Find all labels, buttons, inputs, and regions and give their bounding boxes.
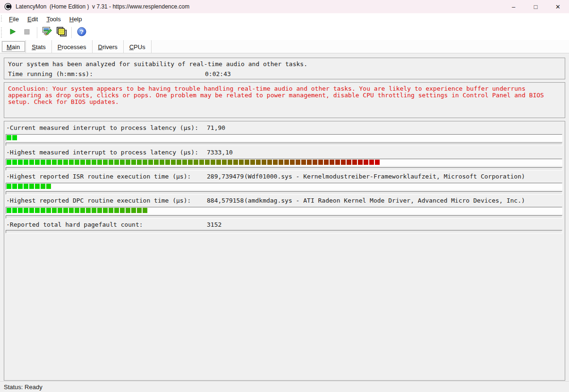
menu-bar: File Edit Tools Help — [0, 13, 569, 25]
toolbar: ? — [0, 25, 569, 40]
start-monitor-button[interactable] — [6, 26, 20, 39]
row-value: 7333,10 — [207, 149, 233, 156]
menu-item-help[interactable]: Help — [65, 14, 86, 24]
tab-main-label: ain — [12, 43, 20, 51]
analysis-panel: Your system has been analyzed for suitab… — [4, 58, 565, 79]
latency-bar — [6, 134, 562, 141]
empty-track — [6, 143, 562, 146]
menu-item-tools[interactable]: Tools — [42, 14, 65, 24]
menu-edit-hotkey: E — [27, 16, 32, 23]
report-pages-icon — [56, 27, 67, 38]
row-driver-info: (amdkmdag.sys - ATI Radeon Kernel Mode D… — [244, 197, 525, 204]
window-title: LatencyMon (Home Edition ) v 7.31 - http… — [16, 3, 189, 10]
conclusion-line: appearing as drop outs, clicks or pops. … — [8, 92, 562, 99]
latency-bar — [6, 207, 562, 214]
minimize-button[interactable]: – — [502, 0, 525, 13]
conclusion-line: Conclusion: Your system appears to be ha… — [8, 85, 562, 92]
measurement-row-highest-latency: ·Highest measured interrupt to process l… — [4, 149, 565, 172]
row-label: ·Highest reported ISR routine execution … — [6, 173, 191, 180]
report-button[interactable] — [54, 26, 68, 39]
row-value: 289,739479 — [207, 173, 244, 180]
play-icon — [9, 28, 17, 37]
conclusion-panel: Conclusion: Your system appears to be ha… — [4, 82, 565, 118]
latency-bar — [6, 159, 562, 166]
tab-stats[interactable]: Stats — [26, 40, 52, 53]
menu-file-label: ile — [13, 16, 19, 23]
conclusion-line: setup. Check for BIOS updates. — [8, 99, 562, 105]
tab-main-hotkey: M — [7, 43, 12, 51]
empty-track — [6, 191, 562, 195]
time-running-label: Time running (h:mm:ss): — [8, 70, 93, 77]
row-value: 884,579158 — [207, 197, 244, 204]
tab-drivers[interactable]: Drivers — [93, 40, 124, 53]
tab-processes-label: rocesses — [62, 43, 86, 51]
latencymon-window: LatencyMon (Home Edition ) v 7.31 - http… — [0, 0, 569, 392]
tab-processes-hotkey: P — [58, 43, 62, 51]
tab-cpus[interactable]: CPUs — [124, 40, 152, 53]
row-value: 71,90 — [207, 124, 225, 131]
help-icon: ? — [77, 27, 86, 38]
stop-icon — [23, 28, 31, 37]
tab-stats-label: tats — [36, 43, 46, 51]
status-text: Status: Ready — [4, 383, 42, 391]
row-value: 3152 — [207, 221, 221, 228]
tab-strip: Main Stats Processes Drivers CPUs — [0, 40, 569, 53]
toolbar-gripper — [1, 27, 2, 38]
status-bar: Status: Ready — [0, 381, 569, 392]
empty-track — [6, 215, 562, 219]
menu-tools-label: ools — [50, 16, 61, 23]
tab-stats-hotkey: S — [32, 43, 36, 51]
row-label: ·Current measured interrupt to process l… — [6, 124, 198, 131]
monitor-pencil-icon — [42, 27, 52, 38]
app-icon — [4, 3, 12, 10]
menubar-gripper — [1, 16, 2, 23]
toolbar-separator — [71, 27, 72, 38]
tab-cpus-label: PUs — [134, 43, 145, 51]
row-label: ·Reported total hard pagefault count: — [6, 221, 143, 228]
latency-bar — [6, 183, 562, 190]
close-button[interactable]: ✕ — [547, 0, 569, 13]
measurement-row-isr-time: ·Highest reported ISR routine execution … — [4, 173, 565, 196]
menu-help-hotkey: H — [69, 16, 74, 23]
help-button[interactable]: ? — [75, 26, 89, 39]
row-label: ·Highest reported DPC routine execution … — [6, 197, 191, 204]
empty-track — [6, 167, 562, 170]
row-label: ·Highest measured interrupt to process l… — [6, 149, 198, 156]
tab-processes[interactable]: Processes — [52, 40, 93, 53]
tab-cpus-hotkey: C — [129, 43, 134, 51]
menu-item-file[interactable]: File — [5, 14, 23, 24]
title-bar: LatencyMon (Home Edition ) v 7.31 - http… — [0, 0, 569, 13]
options-button[interactable] — [40, 26, 54, 39]
menu-file-hotkey: F — [9, 16, 13, 23]
tab-drivers-hotkey: D — [98, 43, 102, 51]
empty-track — [6, 230, 562, 233]
measurements-panel: ·Current measured interrupt to process l… — [4, 121, 565, 381]
menu-help-label: elp — [74, 16, 82, 23]
svg-text:?: ? — [80, 28, 84, 35]
toolbar-separator — [37, 27, 37, 38]
measurement-row-current-latency: ·Current measured interrupt to process l… — [4, 124, 565, 148]
stop-monitor-button[interactable] — [20, 26, 34, 39]
maximize-button[interactable]: □ — [525, 0, 547, 13]
row-driver-info: (Wdf01000.sys - Kernelmodustreiber-Frame… — [244, 173, 525, 180]
time-running-value: 0:02:43 — [205, 70, 231, 77]
tab-drivers-label: rivers — [102, 43, 118, 51]
menu-item-edit[interactable]: Edit — [23, 14, 42, 24]
window-controls: – □ ✕ — [502, 0, 569, 13]
main-page: Your system has been analyzed for suitab… — [0, 53, 569, 381]
tab-main[interactable]: Main — [1, 40, 26, 53]
measurement-row-dpc-time: ·Highest reported DPC routine execution … — [4, 197, 565, 221]
menu-edit-label: dit — [32, 16, 38, 23]
analysis-text: Your system has been analyzed for suitab… — [8, 60, 307, 68]
measurement-row-pagefaults: ·Reported total hard pagefault count: 31… — [4, 221, 565, 245]
